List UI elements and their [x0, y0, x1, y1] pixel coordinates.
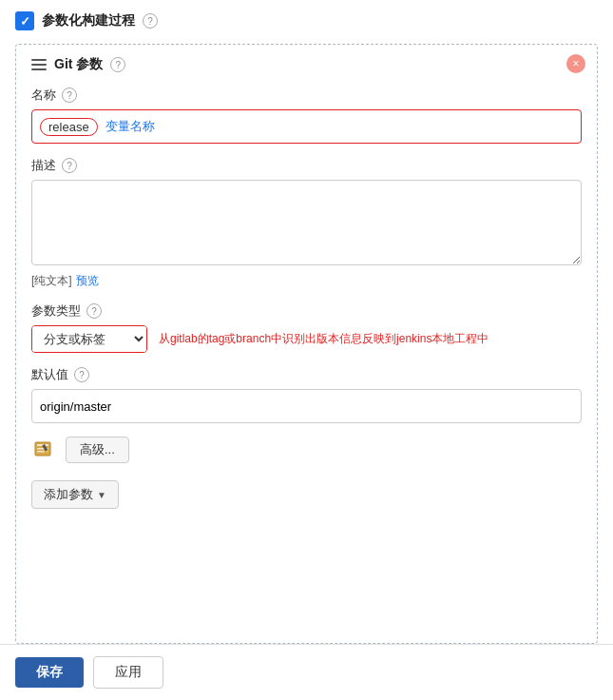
preview-link[interactable]: 预览 — [76, 273, 99, 289]
card-header: Git 参数 ? — [31, 56, 582, 73]
git-params-help-icon[interactable]: ? — [110, 57, 125, 72]
param-type-help-icon[interactable]: ? — [86, 303, 102, 319]
variable-name-hint: 变量名称 — [105, 118, 155, 135]
default-value-help-icon[interactable]: ? — [74, 367, 89, 382]
apply-button[interactable]: 应用 — [93, 656, 163, 689]
advanced-row: 高级... — [31, 437, 582, 463]
release-tag: release — [40, 118, 98, 136]
page-container: 参数化构建过程 ? Git 参数 ? × 名称 ? release 变量名称 — [0, 0, 613, 700]
add-params-label: 添加参数 — [44, 486, 93, 503]
desc-help-icon[interactable]: ? — [62, 158, 77, 173]
header-row: 参数化构建过程 ? — [15, 11, 598, 30]
add-params-row: 添加参数 ▼ — [31, 480, 582, 509]
param-type-select[interactable]: 分支或标签 标签 分支 修订版本 — [32, 326, 146, 352]
add-params-dropdown-arrow: ▼ — [97, 490, 106, 500]
name-field-group: 名称 ? release 变量名称 — [31, 87, 582, 144]
save-button[interactable]: 保存 — [15, 657, 84, 688]
close-button[interactable]: × — [566, 54, 585, 73]
git-params-title: Git 参数 — [54, 56, 103, 73]
header-title: 参数化构建过程 — [42, 12, 135, 29]
name-field-label: 名称 ? — [31, 87, 582, 104]
desc-field-group: 描述 ? [纯文本] 预览 — [31, 157, 582, 289]
edit-icon — [31, 438, 58, 461]
plain-text-row: [纯文本] 预览 — [31, 273, 582, 289]
parameterize-checkbox[interactable] — [15, 11, 34, 30]
pencil-notebook-icon — [33, 440, 56, 459]
param-type-description: 从gitlab的tag或branch中识别出版本信息反映到jenkins本地工程… — [159, 331, 582, 347]
header-help-icon[interactable]: ? — [143, 13, 158, 29]
default-value-label: 默认值 ? — [31, 366, 582, 383]
add-params-button[interactable]: 添加参数 ▼ — [31, 480, 119, 509]
param-type-field-group: 参数类型 ? 分支或标签 标签 分支 修订版本 从gitlab的tag或bran… — [31, 302, 582, 353]
param-type-row: 分支或标签 标签 分支 修订版本 从gitlab的tag或branch中识别出版… — [31, 325, 582, 353]
param-type-select-wrapper: 分支或标签 标签 分支 修订版本 — [31, 325, 147, 353]
svg-rect-3 — [37, 451, 45, 453]
action-bar: 保存 应用 — [0, 644, 613, 700]
hamburger-icon[interactable] — [31, 59, 47, 70]
advanced-button[interactable]: 高级... — [66, 437, 129, 463]
name-help-icon[interactable]: ? — [62, 88, 77, 103]
desc-field-label: 描述 ? — [31, 157, 582, 174]
default-value-input[interactable] — [31, 389, 582, 423]
git-params-card: Git 参数 ? × 名称 ? release 变量名称 描述 ? [纯文本] — [15, 44, 598, 644]
name-input-wrapper[interactable]: release 变量名称 — [31, 109, 582, 144]
plain-text-label: [纯文本] — [31, 273, 72, 289]
param-type-label: 参数类型 ? — [31, 302, 582, 320]
default-value-field-group: 默认值 ? — [31, 366, 582, 423]
desc-textarea[interactable] — [31, 180, 582, 265]
